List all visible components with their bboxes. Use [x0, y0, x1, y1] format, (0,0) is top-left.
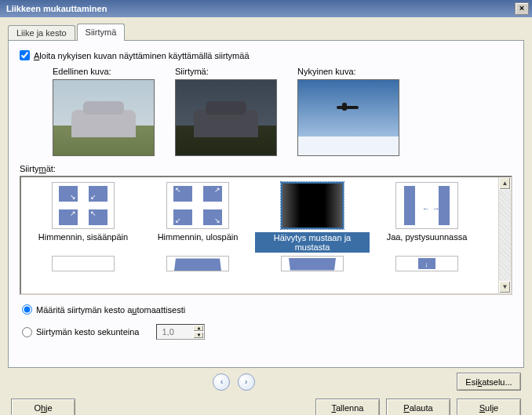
- transition-dimmer-in-thumb: ↘↙ ↗↖: [52, 182, 115, 229]
- scroll-up-icon[interactable]: ▲: [499, 177, 511, 190]
- dialog-body: Liike ja kesto Siirtymä AAloita nykyisen…: [0, 17, 532, 415]
- start-with-transition-label: AAloita nykyisen kuvan näyttäminen käytt…: [34, 51, 250, 60]
- transitions-gallery: ↘↙ ↗↖ Himmennin, sisäänpäin ↖↗ ↙↘ Himmen…: [20, 176, 512, 295]
- save-button[interactable]: Tallenna: [315, 399, 380, 415]
- tab-bar: Liike ja kesto Siirtymä: [8, 24, 524, 41]
- preview-button[interactable]: Esikatselu...: [457, 373, 521, 391]
- transition-dimmer-in[interactable]: ↘↙ ↗↖ Himmennin, sisäänpäin: [26, 182, 140, 253]
- duration-auto-radio[interactable]: [22, 304, 32, 315]
- transition-dimmer-out-thumb: ↖↗ ↙↘: [166, 182, 229, 229]
- transitions-gallery-list[interactable]: ↘↙ ↗↖ Himmennin, sisäänpäin ↖↗ ↙↘ Himmen…: [21, 177, 498, 293]
- help-button[interactable]: Ohje: [11, 399, 75, 415]
- tab-panel-transition: AAloita nykyisen kuvan näyttäminen käytt…: [8, 40, 524, 368]
- preview-current-image: [297, 79, 399, 156]
- preview-previous: Edellinen kuva:: [53, 67, 155, 156]
- preview-transition-image: [175, 79, 277, 156]
- window-title: Liikkeen mukauttaminen: [3, 4, 515, 13]
- duration-auto-label: Määritä siirtymän kesto automaattisesti: [36, 305, 185, 315]
- transition-split-vertical-thumb: ← →: [395, 182, 458, 229]
- preview-previous-image: [53, 79, 155, 156]
- preview-previous-label: Edellinen kuva:: [53, 67, 155, 76]
- button-row: Ohje Tallenna Palauta Sulje: [8, 399, 524, 415]
- transition-dimmer-in-label: Himmennin, sisäänpäin: [26, 232, 140, 251]
- preview-current: Nykyinen kuva:: [297, 67, 399, 156]
- reset-button[interactable]: Palauta: [386, 399, 450, 415]
- transition-partial-2[interactable]: [140, 256, 255, 271]
- scroll-track[interactable]: [499, 190, 511, 281]
- spinner-down-icon[interactable]: ▼: [193, 332, 204, 339]
- transition-partial-2-thumb: [166, 256, 229, 271]
- duration-seconds-radio[interactable]: [22, 327, 32, 337]
- duration-seconds-spinner: ▲ ▼: [156, 324, 205, 340]
- scroll-down-icon[interactable]: ▼: [499, 281, 511, 293]
- nav-center: ‹ ›: [11, 373, 457, 391]
- title-bar: Liikkeen mukauttaminen ×: [0, 0, 532, 17]
- tab-transition[interactable]: Siirtymä: [77, 24, 126, 41]
- start-with-transition-row: AAloita nykyisen kuvan näyttäminen käytt…: [20, 50, 512, 60]
- duration-auto-row: Määritä siirtymän kesto automaattisesti: [20, 304, 512, 315]
- close-icon[interactable]: ×: [515, 2, 529, 15]
- transition-dimmer-out[interactable]: ↖↗ ↙↘ Himmennin, ulospäin: [140, 182, 255, 253]
- transition-partial-4[interactable]: ↓: [370, 256, 484, 271]
- start-with-transition-checkbox[interactable]: [20, 50, 30, 60]
- duration-seconds-row: Siirtymän kesto sekunteina ▲ ▼: [20, 324, 512, 340]
- next-button[interactable]: ›: [238, 373, 255, 391]
- prev-button[interactable]: ‹: [213, 373, 230, 391]
- transition-fade-black[interactable]: Häivytys mustaan ja mustasta: [255, 182, 370, 253]
- preview-transition-label: Siirtymä:: [175, 67, 277, 76]
- preview-current-label: Nykyinen kuva:: [297, 67, 399, 76]
- duration-seconds-label: Siirtymän kesto sekunteina: [36, 327, 139, 337]
- close-button[interactable]: Sulje: [457, 399, 521, 415]
- transition-partial-1-thumb: [52, 256, 115, 271]
- preview-transition: Siirtymä:: [175, 67, 277, 156]
- transition-partial-3-thumb: [281, 256, 344, 271]
- preview-row: Edellinen kuva: Siirtymä: Nykyinen kuva:: [53, 67, 512, 156]
- transition-partial-4-thumb: ↓: [395, 256, 458, 271]
- transition-fade-black-thumb: [281, 182, 344, 229]
- transition-partial-1[interactable]: [26, 256, 140, 271]
- transition-split-vertical-label: Jaa, pystysuunnassa: [370, 232, 484, 251]
- duration-seconds-input: [159, 325, 189, 339]
- transition-fade-black-label: Häivytys mustaan ja mustasta: [255, 232, 370, 253]
- transition-dimmer-out-label: Himmennin, ulospäin: [140, 232, 255, 251]
- gallery-scrollbar[interactable]: ▲ ▼: [498, 177, 511, 293]
- transition-partial-3[interactable]: [255, 256, 370, 271]
- nav-row: ‹ › Esikatselu...: [8, 373, 524, 391]
- transition-split-vertical[interactable]: ← → Jaa, pystysuunnassa: [370, 182, 484, 253]
- spinner-up-icon[interactable]: ▲: [193, 325, 204, 332]
- transitions-label: Siirtymät:: [20, 164, 512, 173]
